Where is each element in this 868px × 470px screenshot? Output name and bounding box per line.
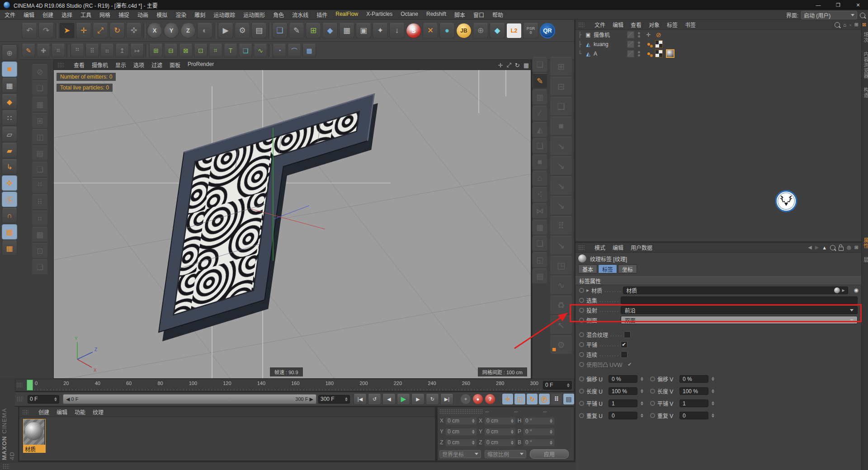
viewport-menu-item[interactable]: 过滤: [151, 61, 162, 69]
model-mode-button[interactable]: ■: [2, 61, 17, 77]
download-plugin-button[interactable]: ↓: [389, 23, 405, 38]
autokeying-button[interactable]: ●: [473, 394, 483, 404]
platonic-button[interactable]: ❑: [239, 44, 252, 57]
material-menu-item[interactable]: 功能: [75, 408, 85, 416]
texture-mode-button[interactable]: ▦: [2, 78, 17, 93]
coord-field[interactable]: 0 °: [523, 439, 555, 446]
viewer-plugin-button[interactable]: ●: [439, 23, 455, 38]
polygons-mode-button[interactable]: ▰: [2, 143, 17, 158]
helix-button[interactable]: ∿: [254, 44, 267, 57]
coord-field[interactable]: 0 cm: [484, 428, 516, 436]
toolbar-icon[interactable]: [143, 23, 146, 38]
lock-workplane-button[interactable]: ▦: [2, 224, 17, 240]
menu-item[interactable]: 模拟: [156, 11, 167, 19]
uv-value-field[interactable]: 1: [679, 400, 708, 407]
minimize-button[interactable]: —: [808, 0, 828, 10]
visibility-dots[interactable]: [638, 32, 640, 38]
stepper-icon[interactable]: [641, 401, 643, 405]
uv-value-field[interactable]: 0: [679, 412, 708, 419]
projection-select[interactable]: 前沿: [621, 306, 858, 314]
stat-tool[interactable]: ▥: [532, 89, 547, 105]
uv-value-field[interactable]: 0 %: [679, 375, 708, 383]
inset-tool[interactable]: ◱: [532, 252, 547, 268]
toolbar-icon[interactable]: [66, 44, 69, 57]
l2-plugin-button[interactable]: L2: [506, 23, 522, 38]
dot-array-b-button[interactable]: ⠿: [85, 44, 99, 57]
history-back-icon[interactable]: ◀: [808, 244, 811, 250]
side-select[interactable]: 双面: [621, 316, 858, 324]
toolbar-icon[interactable]: [268, 23, 271, 38]
menu-item[interactable]: 创建: [42, 11, 53, 19]
panel-grip[interactable]: [578, 22, 585, 28]
attribute-menu-item[interactable]: 模式: [594, 244, 605, 251]
cube-plain-tool[interactable]: ■: [550, 117, 572, 136]
coord-field[interactable]: 0 cm: [484, 417, 516, 425]
cone-tool[interactable]: ◭: [532, 122, 547, 137]
object-menu-item[interactable]: 文件: [594, 21, 605, 28]
lock-x-button[interactable]: X: [147, 23, 162, 38]
sculpt-tool-1[interactable]: ⊘: [32, 64, 48, 80]
render-menu-button[interactable]: ▤: [251, 23, 267, 38]
autokey-button[interactable]: Ⓢ: [2, 192, 17, 207]
recycle-tool[interactable]: ♻: [550, 296, 572, 315]
path-icon[interactable]: ◦: [849, 22, 851, 28]
grid-tool[interactable]: ▦: [532, 220, 547, 235]
wire-sphere-button[interactable]: ⊕: [473, 23, 488, 38]
goto-end-button[interactable]: ▶|: [440, 393, 453, 405]
coord-field[interactable]: 0 °: [523, 417, 555, 425]
lock-icon[interactable]: [839, 247, 844, 251]
live-selection-tool[interactable]: ➤: [59, 23, 75, 38]
object-name[interactable]: kuang: [594, 41, 625, 47]
light-menu-button[interactable]: ✦: [373, 23, 388, 38]
unfold-b-tool[interactable]: ↘: [550, 156, 572, 175]
menu-item[interactable]: 运动图形: [243, 11, 265, 19]
apply-button[interactable]: 应用: [530, 449, 569, 459]
viewport-panel[interactable]: 查看摄像机显示选项过滤面板ProRender ✛⤢↻▦: [53, 60, 531, 379]
panel-grip[interactable]: [17, 396, 23, 402]
layer-toggle[interactable]: [627, 31, 634, 38]
search-icon[interactable]: [860, 13, 865, 18]
keyframe-selection-toggle[interactable]: ⠿: [551, 394, 562, 404]
scale-mode-select[interactable]: 缩放比例: [485, 450, 526, 458]
spline-smooth-tool[interactable]: ∿: [550, 276, 572, 295]
workplane-mode-button[interactable]: ◆: [2, 94, 17, 109]
anim-knob-icon[interactable]: [579, 298, 584, 303]
phong-tag[interactable]: [645, 50, 652, 57]
toolbar-icon[interactable]: [214, 23, 217, 38]
object-menu-item[interactable]: 编辑: [613, 21, 623, 28]
menu-item[interactable]: 渲染: [175, 11, 186, 19]
coord-field[interactable]: 0 cm: [484, 439, 516, 446]
previous-frame-button[interactable]: ◀: [382, 393, 396, 405]
record-position-toggle[interactable]: ✛: [502, 394, 513, 404]
diamond-plugin-button[interactable]: ◆: [490, 23, 505, 38]
move-tool[interactable]: ✛: [76, 23, 91, 38]
box-tool[interactable]: ❏: [532, 236, 547, 251]
points-mode-button[interactable]: ∷: [2, 110, 17, 126]
qr-plugin-button[interactable]: QR: [540, 23, 555, 38]
viewport-menu-item[interactable]: 查看: [74, 61, 85, 69]
rotate-view-icon[interactable]: ↻: [515, 62, 520, 69]
x-plugin-button[interactable]: ✕: [423, 23, 438, 38]
attribute-tab[interactable]: 基本: [578, 264, 597, 273]
keyframe-help-button[interactable]: ?: [485, 394, 495, 404]
phong-tag[interactable]: [645, 41, 652, 47]
menu-item[interactable]: 插件: [316, 11, 327, 19]
menu-item[interactable]: 运动跟踪: [213, 11, 235, 19]
attribute-menu-item[interactable]: 编辑: [613, 244, 623, 251]
dots-tool[interactable]: ⠪: [532, 187, 547, 202]
visibility-dots[interactable]: [638, 42, 640, 47]
xpresso-button[interactable]: ▦: [339, 23, 354, 38]
current-frame-field[interactable]: 0 F: [543, 381, 572, 390]
anim-knob-icon[interactable]: [650, 389, 655, 394]
uv-value-field[interactable]: 0: [609, 412, 637, 419]
panel-grip[interactable]: [57, 62, 64, 68]
snap-button[interactable]: ∩: [2, 208, 17, 223]
attribute-tab[interactable]: 标签: [598, 264, 617, 273]
search-icon[interactable]: [830, 245, 835, 250]
object-menu-item[interactable]: 书签: [685, 21, 696, 28]
menu-item[interactable]: RealFlow: [335, 11, 358, 19]
record-scale-toggle[interactable]: ◱: [514, 394, 525, 404]
start-frame-field[interactable]: 0 F: [28, 395, 59, 404]
anim-knob-icon[interactable]: [579, 308, 584, 313]
material-link-field[interactable]: 材质 ▸: [623, 287, 848, 294]
